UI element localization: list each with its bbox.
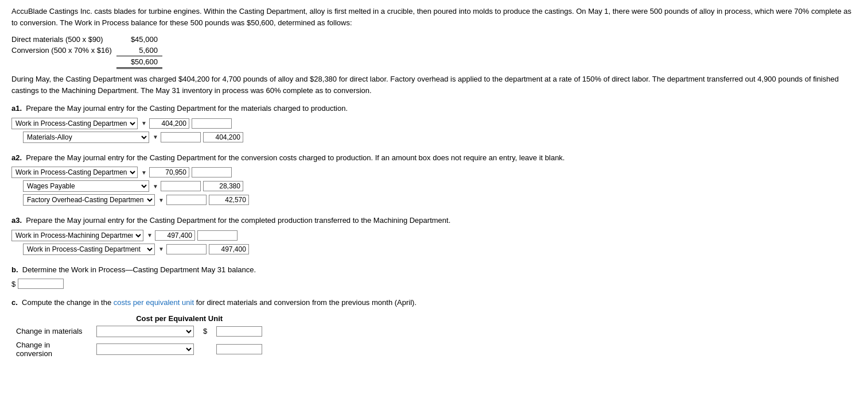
c-conversion-input[interactable] xyxy=(216,344,262,354)
c-table: Cost per Equivalent Unit Change in mater… xyxy=(11,313,857,360)
a3-row2: Work in Process-Casting Department ▼ xyxy=(23,244,857,255)
calc-row2-val: 5,600 xyxy=(116,45,162,56)
a3-account1-arrow: ▼ xyxy=(147,232,153,238)
b-section: b. Determine the Work in Process—Casting… xyxy=(11,264,857,289)
calc-row3-val: $50,600 xyxy=(116,56,162,68)
costs-per-equivalent-unit-link[interactable]: costs per equivalent unit xyxy=(114,298,194,307)
a3-debit1-input[interactable] xyxy=(155,230,195,241)
a1-label: a1. Prepare the May journal entry for th… xyxy=(11,103,857,114)
b-label: b. Determine the Work in Process—Casting… xyxy=(11,264,857,276)
a3-label: a3. Prepare the May journal entry for th… xyxy=(11,215,857,226)
a1-account1-arrow: ▼ xyxy=(141,120,147,126)
a1-row1: Work in Process-Casting Department ▼ xyxy=(11,118,857,129)
a2-row3: Factory Overhead-Casting Department ▼ xyxy=(23,194,857,206)
a2-account1-arrow: ▼ xyxy=(141,169,147,176)
a2-debit1-input[interactable] xyxy=(149,167,189,177)
c-materials-label: Change in materials xyxy=(11,324,92,339)
c-table-header: Cost per Equivalent Unit xyxy=(92,313,267,324)
c-materials-dropdown[interactable] xyxy=(96,326,194,337)
a3-credit2-input[interactable] xyxy=(209,244,249,254)
a2-debit2-input[interactable] xyxy=(161,181,201,191)
a2-credit1-input[interactable] xyxy=(192,167,232,177)
calc-row1-label: Direct materials (500 x $90) xyxy=(11,34,116,45)
b-dollar-prefix: $ xyxy=(11,280,15,288)
calc-table: Direct materials (500 x $90) $45,000 Con… xyxy=(11,34,857,69)
a1-credit2-input[interactable] xyxy=(203,132,243,142)
a2-account3-select[interactable]: Factory Overhead-Casting Department xyxy=(23,194,155,206)
intro-paragraph1: AccuBlade Castings Inc. casts blades for… xyxy=(11,6,857,28)
c-conversion-select-cell xyxy=(92,339,198,360)
a3-account2-arrow: ▼ xyxy=(158,246,164,252)
a2-credit3-input[interactable] xyxy=(209,195,249,205)
c-conversion-dropdown[interactable] xyxy=(96,343,194,355)
c-materials-dollar: $ xyxy=(198,324,212,339)
c-conversion-input-cell xyxy=(212,339,267,360)
c-materials-input-cell xyxy=(212,324,267,339)
c-row-materials: Change in materials $ xyxy=(11,324,267,339)
a1-debit1-input[interactable] xyxy=(149,118,189,129)
a3-account2-select[interactable]: Work in Process-Casting Department xyxy=(23,244,155,255)
a1-account2-select[interactable]: Materials-Alloy xyxy=(23,132,149,143)
b-input-row: $ xyxy=(11,279,857,289)
calc-row1-val: $45,000 xyxy=(116,34,162,45)
c-materials-input[interactable] xyxy=(216,326,262,337)
a3-section: a3. Prepare the May journal entry for th… xyxy=(11,215,857,255)
a2-label: a2. Prepare the May journal entry for th… xyxy=(11,152,857,164)
a1-account1-select[interactable]: Work in Process-Casting Department xyxy=(11,118,138,129)
a2-account3-arrow: ▼ xyxy=(158,197,164,203)
a2-debit3-input[interactable] xyxy=(166,195,207,205)
c-section: c. Compute the change in the costs per e… xyxy=(11,297,857,360)
c-materials-select-cell xyxy=(92,324,198,339)
intro-paragraph2: During May, the Casting Department was c… xyxy=(11,74,857,96)
c-row-conversion: Change in conversion xyxy=(11,339,267,360)
c-materials-dollar-prefix: $ xyxy=(203,327,207,335)
a1-credit1-input[interactable] xyxy=(192,118,232,129)
a1-row2: Materials-Alloy ▼ xyxy=(23,132,857,143)
a1-debit2-input[interactable] xyxy=(161,132,201,142)
a2-account2-arrow: ▼ xyxy=(153,183,158,190)
a2-row1: Work in Process-Casting Department ▼ xyxy=(11,167,857,178)
a2-credit2-input[interactable] xyxy=(203,181,243,191)
c-conversion-label: Change in conversion xyxy=(11,339,92,360)
a3-row1: Work in Process-Machining Department ▼ xyxy=(11,230,857,241)
a3-debit2-input[interactable] xyxy=(166,244,207,254)
a3-account1-select[interactable]: Work in Process-Machining Department xyxy=(11,230,143,241)
a2-account2-select[interactable]: Wages Payable xyxy=(23,180,149,192)
a1-account2-arrow: ▼ xyxy=(153,134,158,140)
c-label: c. Compute the change in the costs per e… xyxy=(11,297,857,308)
calc-row2-label: Conversion (500 x 70% x $16) xyxy=(11,45,116,56)
b-amount-input[interactable] xyxy=(18,279,64,289)
a2-account1-select[interactable]: Work in Process-Casting Department xyxy=(11,167,138,178)
a1-section: a1. Prepare the May journal entry for th… xyxy=(11,103,857,143)
a2-section: a2. Prepare the May journal entry for th… xyxy=(11,152,857,206)
a2-row2: Wages Payable ▼ xyxy=(23,180,857,192)
a3-credit1-input[interactable] xyxy=(197,230,238,241)
